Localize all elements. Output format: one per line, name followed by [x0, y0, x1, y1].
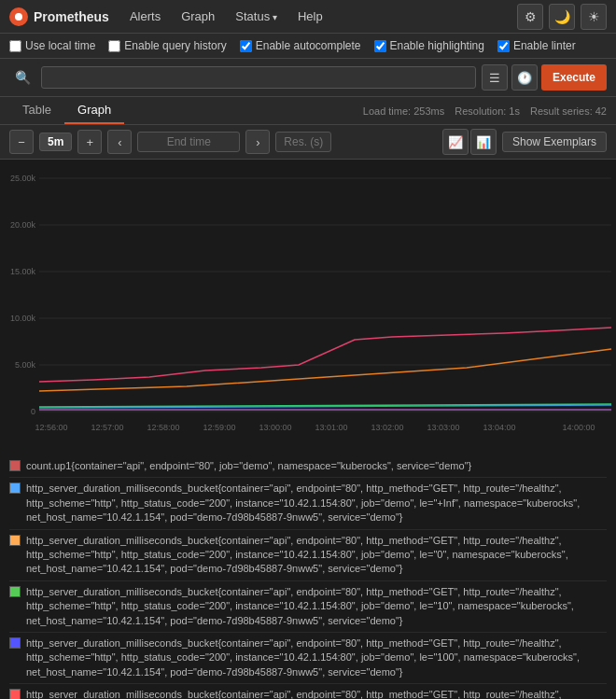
results-area: count.up1{container="api", endpoint="80"…	[0, 450, 616, 699]
use-local-time-text: Use local time	[25, 39, 95, 52]
tab-table[interactable]: Table	[9, 97, 64, 124]
list-item: http_server_duration_milliseconds_bucket…	[9, 581, 607, 633]
result-color-swatch	[9, 460, 21, 471]
theme-light-btn[interactable]: ☀	[581, 4, 607, 30]
logo: Prometheus	[9, 7, 109, 26]
tab-info: Load time: 253ms Resolution: 1s Result s…	[356, 105, 607, 117]
toolbar-row: Use local time Enable query history Enab…	[0, 34, 616, 59]
query-history-text: Enable query history	[124, 39, 226, 52]
search-row: 🔍 {namespace="kuberocks",job="demo"} ☰ 🕐…	[0, 59, 616, 97]
result-color-swatch	[9, 586, 21, 597]
result-color-swatch	[9, 482, 21, 494]
linter-checkbox[interactable]	[497, 40, 510, 52]
autocomplete-text: Enable autocomplete	[256, 39, 361, 52]
use-local-time-checkbox[interactable]	[9, 40, 21, 52]
resolution: Resolution: 1s	[455, 105, 520, 117]
result-color-swatch	[9, 637, 21, 649]
tab-row: Table Graph Load time: 253ms Resolution:…	[0, 97, 616, 125]
svg-text:13:00:00: 13:00:00	[259, 423, 291, 432]
controls-row: − 5m + ‹ › 📈 📊 Show Exemplars	[0, 125, 616, 160]
svg-text:13:02:00: 13:02:00	[371, 423, 403, 432]
search-actions: ☰ 🕐 Execute	[482, 64, 607, 91]
svg-text:12:57:00: 12:57:00	[91, 423, 123, 432]
nav-graph[interactable]: Graph	[172, 6, 224, 27]
svg-text:14:00:00: 14:00:00	[562, 423, 595, 432]
execute-btn[interactable]: Execute	[541, 64, 607, 91]
highlighting-label[interactable]: Enable highlighting	[374, 39, 484, 52]
svg-text:15.00k: 15.00k	[10, 267, 36, 276]
list-item: http_server_duration_milliseconds_bucket…	[9, 633, 607, 684]
query-history-label[interactable]: Enable query history	[108, 39, 226, 52]
svg-text:5.00k: 5.00k	[15, 360, 36, 370]
use-local-time-label[interactable]: Use local time	[9, 39, 95, 52]
result-label: count.up1{container="api", endpoint="80"…	[26, 459, 471, 473]
end-time-input[interactable]	[137, 132, 240, 152]
linter-text: Enable linter	[513, 39, 576, 52]
result-label: http_server_duration_milliseconds_bucket…	[26, 688, 607, 699]
svg-text:12:56:00: 12:56:00	[35, 423, 67, 432]
svg-text:20.00k: 20.00k	[10, 220, 36, 230]
tab-graph[interactable]: Graph	[64, 97, 124, 124]
chart-type-group: 📈 📊	[442, 129, 497, 155]
load-time: Load time: 253ms	[363, 105, 444, 117]
autocomplete-checkbox[interactable]	[240, 40, 252, 52]
chart-svg: 25.00k 20.00k 15.00k 10.00k 5.00k 0 12:5…	[0, 167, 616, 447]
svg-text:0: 0	[31, 407, 35, 416]
svg-text:13:03:00: 13:03:00	[427, 423, 459, 432]
back-btn[interactable]: ‹	[107, 130, 132, 154]
list-item: count.up1{container="api", endpoint="80"…	[9, 455, 607, 478]
result-label: http_server_duration_milliseconds_bucket…	[26, 482, 607, 524]
result-label: http_server_duration_milliseconds_bucket…	[26, 585, 607, 628]
list-item: http_server_duration_milliseconds_bucket…	[9, 478, 607, 529]
nav-links: Alerts Graph Status Help	[120, 6, 332, 27]
list-item: http_server_duration_milliseconds_bucket…	[9, 684, 607, 699]
svg-text:13:04:00: 13:04:00	[483, 423, 515, 432]
linter-label[interactable]: Enable linter	[497, 39, 576, 52]
theme-settings-btn[interactable]: ⚙	[517, 4, 543, 30]
nav-right: ⚙ 🌙 ☀	[517, 4, 607, 30]
search-input[interactable]: {namespace="kuberocks",job="demo"}	[41, 66, 476, 89]
stacked-chart-btn[interactable]: 📊	[470, 129, 497, 155]
chart-container: 25.00k 20.00k 15.00k 10.00k 5.00k 0 12:5…	[0, 160, 616, 450]
result-series: Result series: 42	[530, 105, 607, 117]
result-color-swatch	[9, 535, 21, 546]
top-nav: Prometheus Alerts Graph Status Help ⚙ 🌙 …	[0, 0, 616, 34]
line-chart-btn[interactable]: 📈	[442, 129, 469, 155]
svg-text:12:58:00: 12:58:00	[147, 423, 179, 432]
list-view-btn[interactable]: ☰	[482, 64, 508, 91]
result-color-swatch	[9, 689, 21, 699]
forward-btn[interactable]: ›	[245, 130, 270, 154]
resolution-input[interactable]	[275, 132, 331, 152]
svg-text:13:01:00: 13:01:00	[315, 423, 347, 432]
tabs: Table Graph	[9, 97, 124, 124]
svg-text:10.00k: 10.00k	[10, 314, 36, 323]
nav-alerts[interactable]: Alerts	[120, 6, 170, 27]
zoom-in-btn[interactable]: +	[77, 130, 102, 154]
highlighting-text: Enable highlighting	[390, 39, 484, 52]
autocomplete-label[interactable]: Enable autocomplete	[240, 39, 361, 52]
result-label: http_server_duration_milliseconds_bucket…	[26, 534, 607, 577]
theme-dark-btn[interactable]: 🌙	[549, 4, 575, 30]
highlighting-checkbox[interactable]	[374, 40, 386, 52]
nav-title: Prometheus	[34, 9, 109, 24]
show-exemplars-btn[interactable]: Show Exemplars	[502, 132, 607, 152]
logo-icon	[9, 7, 28, 26]
search-icon[interactable]: 🔍	[9, 64, 35, 91]
svg-text:12:59:00: 12:59:00	[203, 423, 235, 432]
nav-status[interactable]: Status	[226, 6, 287, 27]
nav-help[interactable]: Help	[288, 6, 332, 27]
zoom-out-btn[interactable]: −	[9, 130, 34, 154]
result-label: http_server_duration_milliseconds_bucket…	[26, 636, 607, 679]
duration-btn[interactable]: 5m	[39, 133, 72, 151]
list-item: http_server_duration_milliseconds_bucket…	[9, 530, 607, 581]
svg-text:25.00k: 25.00k	[10, 174, 36, 183]
query-history-checkbox[interactable]	[108, 40, 120, 52]
history-btn[interactable]: 🕐	[511, 64, 538, 91]
